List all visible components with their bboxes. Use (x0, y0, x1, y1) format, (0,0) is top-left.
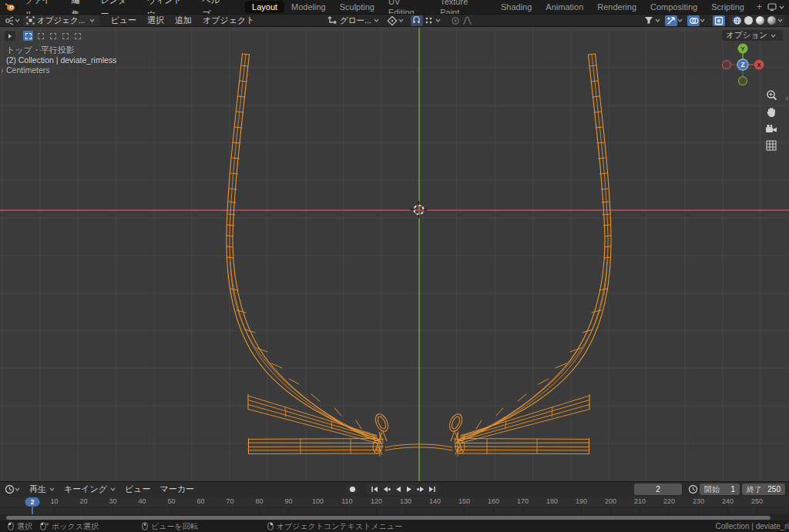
ortho-grid-icon[interactable] (764, 139, 778, 152)
menu-object[interactable]: オブジェクト (197, 15, 260, 26)
timeline-scroll-track (0, 514, 789, 520)
tab-layout[interactable]: Layout (245, 1, 284, 13)
tab-animation[interactable]: Animation (539, 1, 590, 13)
show-gizmo-icon[interactable] (665, 15, 677, 26)
menu-playback[interactable]: 再生 (25, 483, 59, 495)
pan-hand-icon[interactable] (764, 105, 778, 119)
shading-material-icon[interactable] (756, 16, 764, 25)
viewport-tool-row (5, 31, 82, 41)
menu-select[interactable]: 選択 (142, 15, 170, 26)
chevron-down-icon (89, 18, 95, 22)
tool-settings-header: オブジェク... ビュー 選択 追加 オブジェクト グロー... (0, 14, 789, 27)
frame-end-field[interactable]: 終了250 (742, 483, 785, 495)
ruler-tick-label: 90 (284, 497, 292, 505)
select-mode-intersect-icon[interactable] (72, 31, 82, 41)
status-select-hint: 選択 (8, 521, 32, 532)
viewport-3d[interactable]: トップ・平行投影 (2) Collection | deviate_rimles… (0, 28, 789, 481)
active-collection-label: (2) Collection | deviate_rimless (6, 55, 116, 65)
orientation-label[interactable]: グロー... (340, 15, 371, 26)
chevron-down-icon[interactable] (655, 18, 660, 22)
frame-start-field[interactable]: 開始1 (700, 483, 740, 495)
chevron-down-icon (771, 34, 776, 38)
ruler-tick-label: 240 (722, 497, 734, 505)
tool-expand-icon[interactable] (5, 31, 15, 41)
snap-target-icon[interactable] (386, 15, 398, 26)
horizontal-scrollbar[interactable] (6, 516, 771, 520)
tab-shading[interactable]: Shading (494, 1, 539, 13)
toolbar-reveal-arrow[interactable]: › (1, 66, 3, 75)
menu-view[interactable]: ビュー (105, 15, 142, 26)
jump-to-end-button[interactable] (427, 484, 438, 494)
ruler-tick-label: 100 (312, 497, 324, 505)
timeline-header: 再生 キーイング ビュー マーカー (0, 481, 789, 497)
status-context-menu-hint: オブジェクトコンテキストメニュー (267, 521, 403, 532)
proportional-editing-icon[interactable] (423, 15, 435, 26)
auto-keying-button[interactable] (346, 484, 358, 494)
play-reverse-button[interactable] (392, 484, 403, 494)
wireframe-object-deviate-rimless[interactable] (0, 28, 789, 481)
scene-display-icon[interactable] (767, 3, 777, 12)
prev-keyframe-button[interactable] (381, 484, 391, 494)
shading-rendered-icon[interactable] (767, 16, 776, 25)
timeline-tick-strip[interactable] (0, 507, 789, 514)
jump-to-start-button[interactable] (369, 484, 380, 494)
chevron-down-icon[interactable] (15, 487, 20, 491)
topbar: ファイル 編集 レンダー ウィンドウ ヘルプ Layout Modeling S… (0, 0, 789, 14)
select-mode-extend-icon[interactable] (35, 31, 45, 41)
sidebar-reveal-arrow[interactable]: ‹ (786, 94, 788, 102)
menu-marker[interactable]: マーカー (156, 483, 200, 495)
select-mode-invert-icon[interactable] (60, 31, 70, 41)
show-overlays-icon[interactable] (687, 15, 700, 26)
chevron-down-icon[interactable] (677, 18, 683, 22)
tab-modeling[interactable]: Modeling (284, 1, 333, 13)
tab-compositing[interactable]: Compositing (643, 1, 704, 13)
active-object-status: Collection | deviate_ri (716, 522, 789, 530)
zoom-icon[interactable] (764, 88, 778, 102)
current-frame-field[interactable]: 2 (634, 483, 682, 495)
chevron-down-icon[interactable] (779, 5, 784, 9)
timeline-ruler[interactable]: 1020304050607080901001101201301401501601… (0, 497, 789, 507)
menu-keying[interactable]: キーイング (59, 483, 120, 495)
ruler-tick-label: 250 (751, 497, 763, 505)
tab-rendering[interactable]: Rendering (590, 1, 643, 13)
next-keyframe-button[interactable] (415, 484, 426, 494)
play-button[interactable] (404, 484, 415, 494)
snap-magnet-icon[interactable] (411, 15, 423, 26)
ruler-tick-label: 170 (517, 497, 529, 505)
chevron-down-icon[interactable] (700, 18, 705, 22)
playhead-frame-badge[interactable]: 2 (25, 497, 39, 507)
select-mode-new-icon[interactable] (23, 31, 33, 41)
chevron-down-icon[interactable] (374, 18, 379, 22)
chevron-down-icon[interactable] (777, 18, 783, 22)
select-mode-subtract-icon[interactable] (48, 31, 58, 41)
ruler-tick-label: 180 (546, 497, 558, 505)
tab-scripting[interactable]: Scripting (704, 1, 751, 13)
status-rotate-view-hint: ビューを回転 (142, 521, 198, 532)
menu-add[interactable]: 追加 (170, 15, 197, 26)
object-mode-icon (26, 16, 35, 25)
chevron-down-icon[interactable] (435, 18, 441, 22)
timeline-editor-icon[interactable] (5, 484, 15, 494)
ruler-tick-label: 110 (341, 497, 352, 505)
tab-sculpting[interactable]: Sculpting (333, 1, 381, 13)
options-button[interactable]: オプション (722, 30, 783, 41)
ruler-tick-label: 210 (634, 497, 646, 505)
ruler-tick-label: 120 (371, 497, 382, 505)
mode-selector[interactable]: オブジェク... (23, 15, 100, 26)
preview-range-icon[interactable] (688, 484, 698, 494)
filter-objects-icon[interactable] (643, 15, 655, 26)
chevron-down-icon[interactable] (15, 18, 20, 22)
ruler-tick-label: 50 (167, 497, 175, 505)
editor-type-icon[interactable] (4, 16, 15, 25)
shading-wireframe-icon[interactable] (733, 16, 741, 25)
shading-solid-icon[interactable] (744, 16, 753, 25)
blender-logo-icon[interactable] (0, 2, 18, 12)
navigation-gizmo[interactable]: Y X Z (720, 42, 766, 97)
chevron-down-icon[interactable] (398, 18, 404, 22)
add-workspace-button[interactable]: + (751, 2, 767, 12)
playhead-line[interactable] (32, 506, 33, 514)
camera-view-icon[interactable] (764, 122, 778, 136)
ruler-tick-label: 160 (488, 497, 499, 505)
menu-timeline-view[interactable]: ビュー (120, 483, 156, 495)
xray-toggle-icon[interactable] (713, 15, 725, 26)
